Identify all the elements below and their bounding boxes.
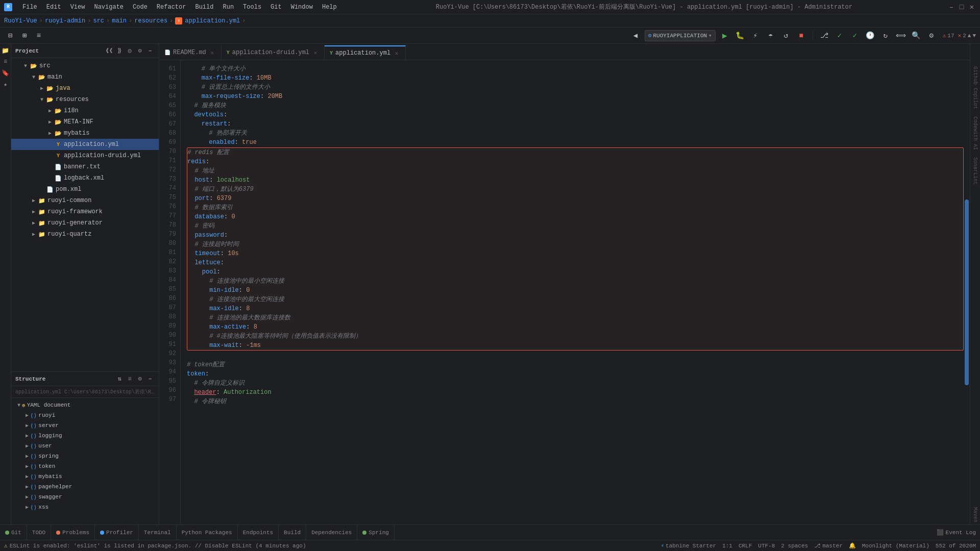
s-item-token[interactable]: ▶ ⟨⟩ token [11, 461, 159, 471]
close-btn[interactable]: ✕ [968, 3, 976, 11]
codewith-ai-panel[interactable]: Codewith AI [971, 114, 979, 152]
search-btn[interactable]: 🔍 [910, 30, 922, 42]
menu-edit[interactable]: Edit [42, 3, 65, 12]
breadcrumb-ruoyi-admin[interactable]: ruoyi-admin [45, 17, 85, 24]
menu-build[interactable]: Build [191, 3, 217, 12]
event-log-btn[interactable]: ⬛ Event Log [937, 529, 980, 536]
maven-panel[interactable]: Maven [971, 505, 979, 524]
collapse-all-btn[interactable]: ❰❰ [105, 46, 114, 56]
tree-item-ruoyi-framework[interactable]: ▶ 📁 ruoyi-framework [11, 206, 159, 217]
menu-window[interactable]: Window [287, 3, 317, 12]
bottom-tab-dependencies[interactable]: Dependencies [306, 525, 357, 540]
favorites-icon[interactable]: ★ [1, 80, 10, 89]
str-settings-btn[interactable]: ⚙ [135, 374, 144, 384]
s-item-pagehelper[interactable]: ▶ ⟨⟩ pagehelper [11, 482, 159, 492]
toolbar-expand-btn[interactable]: ⊞ [18, 30, 31, 42]
bottom-tab-todo[interactable]: TODO [27, 525, 51, 540]
bottom-tab-terminal[interactable]: Terminal [139, 525, 177, 540]
breadcrumb-main[interactable]: main [112, 17, 127, 24]
filter-btn[interactable]: ≡ [125, 374, 134, 384]
settings-btn[interactable]: ⚙ [135, 46, 144, 56]
menu-help[interactable]: Help [318, 3, 341, 12]
scroll-target-btn[interactable]: ◎ [125, 46, 134, 56]
line-col-status[interactable]: 1:1 [722, 543, 732, 549]
bottom-tab-endpoints[interactable]: Endpoints [238, 525, 279, 540]
profile-btn[interactable]: ⚡ [749, 30, 762, 42]
run-btn[interactable]: ▶ [719, 30, 731, 42]
refresh-btn[interactable]: ↻ [879, 30, 892, 42]
minimize-btn[interactable]: – [947, 3, 955, 11]
code-content[interactable]: # 单个文件大小 max-file-size: 10MB # 设置总上传的文件大… [181, 60, 964, 524]
coverage-btn[interactable]: ☂ [765, 30, 777, 42]
expand-btn[interactable]: ⟫ [115, 46, 124, 56]
s-item-swagger[interactable]: ▶ ⟨⟩ swagger [11, 492, 159, 502]
menu-refactor[interactable]: Refactor [153, 3, 190, 12]
bookmarks-icon[interactable]: 🔖 [1, 68, 10, 78]
str-close-btn[interactable]: – [145, 374, 155, 384]
tree-item-ruoyi-common[interactable]: ▶ 📁 ruoyi-common [11, 195, 159, 206]
stop-btn[interactable]: ■ [795, 30, 807, 42]
breadcrumb-resources[interactable]: resources [134, 17, 167, 24]
s-item-yaml-doc[interactable]: ▼ ⊕ YAML document [11, 400, 159, 410]
debug-btn[interactable]: 🐛 [734, 30, 746, 42]
reload-btn[interactable]: ↺ [780, 30, 792, 42]
git-icon[interactable]: ⎇ [818, 30, 830, 42]
tree-item-application-yml[interactable]: ▶ Y application.yml [11, 139, 159, 150]
tab-close-readme[interactable]: ✕ [209, 49, 216, 56]
menu-bar[interactable]: File Edit View Navigate Code Refactor Bu… [18, 3, 341, 12]
bottom-tab-spring[interactable]: Spring [357, 525, 395, 540]
tab-application-yml[interactable]: Y application.yml ✕ [325, 45, 406, 60]
menu-run[interactable]: Run [218, 3, 238, 12]
maximize-btn[interactable]: □ [958, 3, 966, 11]
theme-status[interactable]: Moonlight (Material) [862, 543, 929, 549]
tree-item-java[interactable]: ▶ 📂 java [11, 83, 159, 94]
tab-close-app-yml[interactable]: ✕ [393, 49, 400, 57]
sonarlint-panel[interactable]: SonarLint [971, 155, 979, 187]
menu-file[interactable]: File [18, 3, 41, 12]
s-item-user[interactable]: ▶ ⟨⟩ user [11, 441, 159, 451]
window-controls[interactable]: – □ ✕ [947, 3, 976, 11]
tree-item-application-druid[interactable]: ▶ Y application-druid.yml [11, 150, 159, 161]
bottom-tab-problems[interactable]: Problems [51, 525, 95, 540]
tab-application-druid[interactable]: Y application-druid.yml ✕ [222, 45, 325, 60]
editor-scrollbar[interactable] [964, 60, 970, 524]
menu-code[interactable]: Code [129, 3, 152, 12]
s-item-server[interactable]: ▶ ⟨⟩ server [11, 420, 159, 431]
toolbar-collapse-btn[interactable]: ⊟ [4, 30, 16, 42]
tree-item-src[interactable]: ▼ 📂 src [11, 60, 159, 71]
menu-view[interactable]: View [66, 3, 89, 12]
crlf-status[interactable]: CRLF [739, 543, 752, 549]
bottom-tab-python[interactable]: Python Packages [177, 525, 238, 540]
sort-btn[interactable]: ⇅ [115, 374, 124, 384]
tree-item-pom-xml[interactable]: ▶ 📄 pom.xml [11, 184, 159, 195]
tree-item-resources[interactable]: ▼ 📂 resources [11, 94, 159, 105]
warnings-count[interactable]: ⚠ 17 ✕ 2 ▲ ▼ [943, 32, 976, 39]
indent-status[interactable]: 2 spaces [781, 543, 808, 549]
tree-item-ruoyi-generator[interactable]: ▶ 📁 ruoyi-generator [11, 217, 159, 229]
menu-navigate[interactable]: Navigate [90, 3, 128, 12]
menu-git[interactable]: Git [266, 3, 286, 12]
s-item-spring[interactable]: ▶ ⟨⟩ spring [11, 451, 159, 461]
project-view-icon[interactable]: 📁 [1, 46, 10, 55]
tab-readme[interactable]: 📄 README.md ✕ [159, 45, 222, 60]
encoding-status[interactable]: UTF-8 [758, 543, 775, 549]
bottom-tab-git[interactable]: Git [0, 525, 27, 540]
toolbar-back-btn[interactable]: ◀ [629, 30, 642, 42]
breadcrumb-src[interactable]: src [93, 17, 104, 24]
tree-item-ruoyi-quartz[interactable]: ▶ 📁 ruoyi-quartz [11, 229, 159, 240]
run-config-label[interactable]: ⚙ RUOYIAPPLICATION ▾ [645, 30, 716, 41]
breadcrumb-ruoyi-vue[interactable]: RuoYi-Vue [4, 17, 37, 24]
breadcrumb-application-yml[interactable]: application.yml [185, 17, 240, 24]
bottom-tab-profiler[interactable]: Profiler [95, 525, 139, 540]
eslint-status[interactable]: ⚠ ESLint is enabled: 'eslint' is listed … [4, 542, 306, 549]
bottom-tab-build[interactable]: Build [279, 525, 306, 540]
tree-item-main[interactable]: ▼ 📂 main [11, 71, 159, 83]
structure-icon[interactable]: ≡ [1, 57, 10, 66]
git-branch-status[interactable]: ⎇ master [814, 542, 843, 549]
tab-close-druid[interactable]: ✕ [312, 49, 319, 56]
tree-item-i18n[interactable]: ▶ 📂 i18n [11, 105, 159, 116]
github-copilot-panel[interactable]: Github Copilot [971, 64, 979, 111]
scrollbar-thumb[interactable] [965, 199, 969, 385]
s-item-mybatis[interactable]: ▶ ⟨⟩ mybatis [11, 471, 159, 482]
time-btn[interactable]: 🕐 [864, 30, 876, 42]
